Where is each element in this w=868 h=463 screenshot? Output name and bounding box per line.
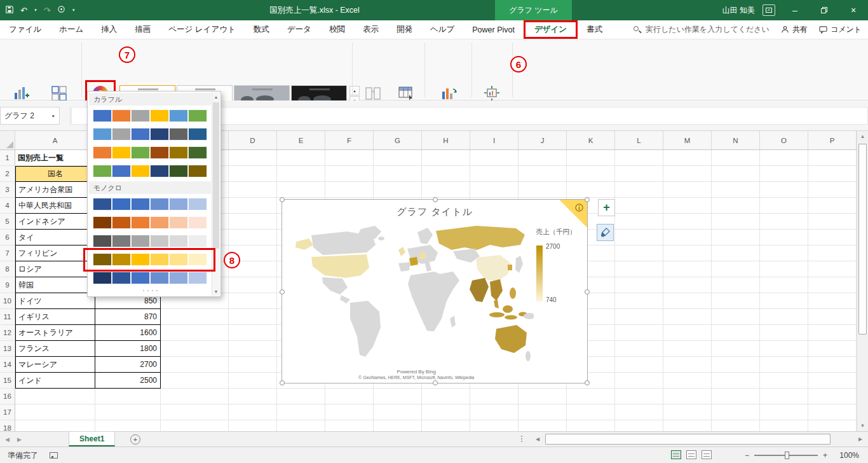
color-palette-row[interactable]	[92, 163, 208, 179]
cell-empty[interactable]	[760, 261, 808, 277]
cell-empty[interactable]	[519, 166, 567, 182]
cell-empty[interactable]	[663, 373, 712, 389]
cell-empty[interactable]	[229, 357, 277, 373]
color-palette-row[interactable]	[92, 233, 208, 249]
cell-empty[interactable]	[470, 389, 519, 404]
cell-empty[interactable]	[374, 182, 422, 198]
cell-empty[interactable]	[615, 389, 663, 404]
ribbon-tab[interactable]: ホーム	[50, 20, 92, 39]
cell-country-name[interactable]: フランス	[15, 341, 95, 357]
normal-view-icon[interactable]	[671, 450, 681, 459]
chart-resize-handle[interactable]	[280, 289, 285, 294]
row-header[interactable]: 10	[0, 293, 15, 309]
zoom-slider-thumb[interactable]	[785, 452, 789, 459]
cell-empty[interactable]	[808, 357, 857, 373]
cell-country-name[interactable]	[15, 420, 95, 431]
row-header[interactable]: 9	[0, 277, 15, 293]
cell-empty[interactable]	[615, 166, 663, 182]
cell-empty[interactable]	[615, 230, 663, 245]
cell-empty[interactable]	[422, 420, 470, 431]
cell-empty[interactable]	[161, 309, 229, 325]
cell-empty[interactable]	[808, 150, 857, 166]
minimize-button[interactable]: –	[780, 0, 810, 20]
tell-me-search[interactable]: 実行したい作業を入力してください	[634, 24, 770, 35]
ribbon-tab[interactable]: Power Pivot	[463, 20, 524, 39]
cell-empty[interactable]	[615, 420, 663, 431]
column-header[interactable]: F	[325, 131, 374, 149]
cell-empty[interactable]	[663, 404, 712, 420]
cell-empty[interactable]	[760, 245, 808, 261]
cell-empty[interactable]	[663, 309, 712, 325]
cell-empty[interactable]	[470, 404, 519, 420]
cell-empty[interactable]	[808, 261, 857, 277]
customize-qat-caret-icon[interactable]: ▼	[72, 8, 76, 12]
horizontal-scroll-thumb[interactable]	[545, 434, 831, 445]
zoom-in-icon[interactable]: +	[823, 451, 827, 460]
row-header[interactable]: 6	[0, 230, 15, 245]
ribbon-tab[interactable]: 書式	[578, 20, 611, 39]
cell-empty[interactable]	[229, 277, 277, 293]
sheet-nav-right-icon[interactable]: ▶	[17, 436, 22, 443]
cell-empty[interactable]	[663, 357, 712, 373]
cell-empty[interactable]	[161, 404, 229, 420]
redo-icon[interactable]: ↷	[44, 6, 51, 15]
cell-empty[interactable]	[374, 389, 422, 404]
cell-empty[interactable]	[374, 150, 422, 166]
cell-empty[interactable]	[567, 389, 615, 404]
color-palette-row[interactable]	[92, 126, 208, 142]
cell-empty[interactable]	[615, 404, 663, 420]
cell-empty[interactable]	[325, 182, 374, 198]
new-sheet-button[interactable]: +	[130, 434, 140, 445]
row-header[interactable]: 16	[0, 389, 15, 404]
row-header[interactable]: 13	[0, 341, 15, 357]
cell-empty[interactable]	[760, 150, 808, 166]
cell-empty[interactable]	[229, 198, 277, 214]
cell-empty[interactable]	[663, 389, 712, 404]
scroll-up-icon[interactable]: ▲	[857, 131, 868, 142]
chart-styles-button[interactable]	[597, 224, 614, 241]
cell-empty[interactable]	[663, 420, 712, 431]
cell-empty[interactable]	[422, 404, 470, 420]
cell-country-name[interactable]: 韓国	[15, 277, 95, 293]
cell-empty[interactable]	[760, 182, 808, 198]
cell-country-name[interactable]: インド	[15, 373, 95, 389]
cell-sales-value[interactable]: 2700	[95, 357, 161, 373]
cell-empty[interactable]	[712, 309, 760, 325]
cell-empty[interactable]	[808, 309, 857, 325]
cell-empty[interactable]	[615, 214, 663, 230]
cell-empty[interactable]	[325, 420, 374, 431]
cell-empty[interactable]	[229, 325, 277, 341]
cell-empty[interactable]	[663, 230, 712, 245]
cell-empty[interactable]	[760, 325, 808, 341]
undo-caret-icon[interactable]: ▼	[34, 8, 37, 12]
cell-empty[interactable]	[229, 182, 277, 198]
save-icon[interactable]	[5, 5, 14, 16]
cell-empty[interactable]	[712, 389, 760, 404]
undo-icon[interactable]: ↶	[20, 6, 27, 15]
cell-empty[interactable]	[760, 230, 808, 245]
cell-empty[interactable]	[422, 166, 470, 182]
cell-sales-value[interactable]: 2500	[95, 373, 161, 389]
chart-resize-handle[interactable]	[585, 380, 590, 385]
ribbon-tab[interactable]: ファイル	[0, 20, 50, 39]
cell-sales-value[interactable]: 1600	[95, 325, 161, 341]
cell-country-name[interactable]: 国別売上一覧	[15, 150, 95, 166]
cell-empty[interactable]	[760, 420, 808, 431]
cell-empty[interactable]	[663, 293, 712, 309]
cell-empty[interactable]	[760, 293, 808, 309]
cell-empty[interactable]	[712, 245, 760, 261]
cell-empty[interactable]	[663, 245, 712, 261]
vertical-scrollbar[interactable]: ▲ ▼	[857, 131, 868, 431]
name-box-caret-icon[interactable]: ▼	[51, 114, 55, 118]
cell-country-name[interactable]: 中華人民共和国	[15, 198, 95, 214]
ribbon-tab[interactable]: 挿入	[92, 20, 126, 39]
cell-empty[interactable]	[712, 420, 760, 431]
cell-empty[interactable]	[374, 166, 422, 182]
cell-empty[interactable]	[229, 150, 277, 166]
cell-empty[interactable]	[161, 389, 229, 404]
cell-empty[interactable]	[712, 214, 760, 230]
cell-empty[interactable]	[808, 293, 857, 309]
cell-empty[interactable]	[712, 277, 760, 293]
cell-empty[interactable]	[760, 277, 808, 293]
cell-empty[interactable]	[470, 166, 519, 182]
